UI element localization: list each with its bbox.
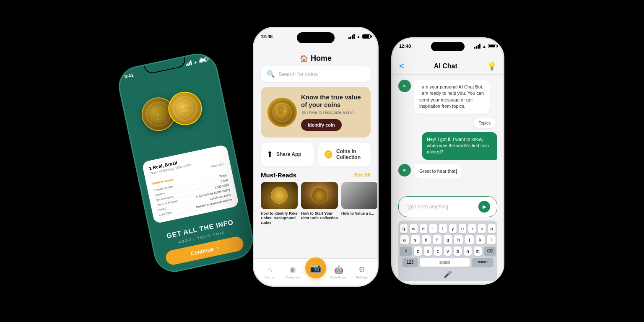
share-label: Share App: [276, 151, 301, 157]
key-123[interactable]: 123: [402, 258, 418, 267]
ai-intro-text: I am your personal AI Chat Bot. I am rea…: [419, 84, 484, 109]
nav-settings[interactable]: ⚙ Settings: [350, 265, 373, 279]
key-v[interactable]: v: [444, 247, 452, 256]
bulb-icon: 💡: [487, 62, 496, 71]
coin-display: 1 REAL REAL BRASIL: [120, 68, 230, 153]
key-m[interactable]: m: [474, 247, 482, 256]
kb-row-3: ⇧ z x c v b n m ⌫: [400, 247, 496, 256]
key-w[interactable]: w: [410, 224, 417, 233]
nav-home[interactable]: ⌂ Home: [258, 265, 281, 279]
topics-button[interactable]: Topics: [474, 118, 496, 128]
nav-collection[interactable]: ◉ Collection: [281, 265, 304, 279]
center-signal-icon: [348, 34, 355, 39]
svg-text:REAL: REAL: [180, 104, 188, 108]
continue-button[interactable]: Continue ›: [164, 235, 245, 266]
nav-home-label: Home: [265, 275, 274, 279]
must-reads-header: Must-Reads See All: [254, 171, 377, 182]
chat-title: AI Chat: [434, 62, 457, 70]
val-country: 1 real: [220, 178, 228, 182]
nav-expert-icon: 🤖: [334, 265, 343, 274]
key-n[interactable]: n: [464, 247, 472, 256]
val-krause: Brazil: [219, 174, 227, 178]
back-button[interactable]: <: [399, 61, 404, 71]
search-bar[interactable]: 🔍 Search for coins: [261, 66, 371, 82]
key-g[interactable]: g: [444, 235, 452, 244]
coins-icon: 🪙: [324, 150, 333, 159]
center-battery-icon: [362, 34, 371, 39]
chat-messages: AI I am your personal AI Chat Bot. I am …: [392, 75, 503, 193]
key-i[interactable]: i: [468, 224, 476, 233]
key-l[interactable]: l: [487, 235, 496, 244]
key-h[interactable]: h: [454, 235, 463, 244]
hero-text: Know the true value of your coins Tap he…: [301, 93, 364, 131]
article-3-title: How to Value a c...: [341, 211, 377, 216]
svg-point-10: [283, 109, 286, 113]
hero-coin: [267, 98, 297, 127]
action-row: ⬆ Share App 🪙 Coins in Collection: [261, 143, 371, 166]
key-f[interactable]: f: [433, 235, 441, 244]
key-e[interactable]: e: [420, 224, 427, 233]
article-2[interactable]: How to Start Your First Coin Collection: [301, 182, 338, 226]
key-q[interactable]: q: [400, 224, 408, 233]
key-backspace[interactable]: ⌫: [484, 247, 496, 256]
key-o[interactable]: o: [478, 224, 486, 233]
left-content: 1 REAL REAL BRASIL: [117, 51, 256, 274]
mic-icon[interactable]: 🎤: [444, 270, 452, 278]
ai-avatar-1: AI: [398, 80, 411, 92]
nav-settings-label: Settings: [356, 275, 368, 279]
article-1-img: [261, 182, 298, 209]
article-1[interactable]: How to Identify Fake Coins: Background G…: [261, 182, 298, 226]
identify-button[interactable]: Identify coin: [301, 119, 342, 131]
key-d[interactable]: d: [422, 235, 431, 244]
key-p[interactable]: p: [488, 224, 496, 233]
right-signal-icon: [474, 44, 480, 49]
camera-icon: 📷: [310, 262, 321, 273]
nav-collection-label: Collection: [286, 275, 300, 279]
svg-text:REAL: REAL: [156, 117, 163, 121]
article-2-coin: [312, 187, 327, 203]
share-app-card[interactable]: ⬆ Share App: [261, 143, 314, 166]
kb-row-1: q w e r t y u i o p: [400, 224, 496, 233]
send-button[interactable]: ▶: [478, 201, 490, 213]
key-c[interactable]: c: [434, 247, 442, 256]
chat-input-bar[interactable]: Type here anything... ▶: [398, 196, 497, 217]
article-3[interactable]: How to Value a c...: [341, 182, 377, 226]
nav-expert[interactable]: 🤖 Coin Expert: [327, 265, 350, 279]
nav-camera[interactable]: 📷: [304, 266, 327, 278]
key-u[interactable]: u: [459, 224, 466, 233]
phone-center: 12:48 ▲ 🏠 Home 🔍 Search for coins: [253, 27, 379, 287]
see-all-button[interactable]: See All: [354, 172, 371, 178]
key-r[interactable]: r: [429, 224, 437, 233]
article-1-content: [261, 182, 298, 209]
center-title: Home: [311, 54, 332, 63]
article-3-img: [341, 182, 377, 209]
chat-header: < AI Chat 💡: [392, 57, 503, 75]
nav-camera-btn[interactable]: 📷: [305, 257, 326, 278]
key-j[interactable]: j: [465, 235, 474, 244]
key-s[interactable]: s: [411, 235, 420, 244]
articles-row: How to Identify Fake Coins: Background G…: [254, 182, 377, 226]
hero-card[interactable]: Know the true value of your coins Tap he…: [261, 87, 371, 138]
key-t[interactable]: t: [439, 224, 447, 233]
kb-row-2: a s d f g h j k l: [400, 235, 496, 244]
typing-cursor: [456, 169, 457, 174]
topics-row: Topics: [398, 118, 497, 128]
key-return[interactable]: return: [472, 258, 493, 267]
ai-reply-message: AI Great to hear that: [398, 164, 497, 179]
key-a[interactable]: a: [400, 235, 409, 244]
wifi-icon: ▲: [193, 59, 198, 65]
hero-coin-inner: [270, 100, 294, 125]
key-space[interactable]: space: [420, 258, 470, 267]
key-k[interactable]: k: [476, 235, 485, 244]
collection-card[interactable]: 🪙 Coins in Collection: [318, 143, 371, 166]
center-header: 🏠 Home: [254, 49, 377, 66]
key-x[interactable]: x: [424, 247, 432, 256]
must-reads-title: Must-Reads: [261, 171, 296, 179]
nav-expert-label: Coin Expert: [330, 275, 348, 279]
key-shift[interactable]: ⇧: [400, 247, 412, 256]
collection-label: Coins in Collection: [336, 148, 365, 161]
key-y[interactable]: y: [449, 224, 457, 233]
article-1-title: How to Identify Fake Coins: Background G…: [261, 211, 298, 226]
key-z[interactable]: z: [414, 247, 422, 256]
key-b[interactable]: b: [454, 247, 462, 256]
